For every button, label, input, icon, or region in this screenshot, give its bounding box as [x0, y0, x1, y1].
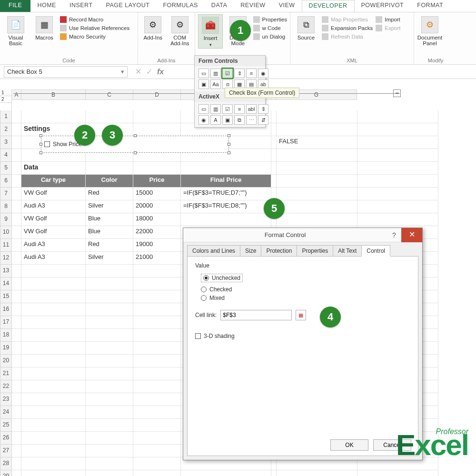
cell[interactable]: Color [86, 175, 133, 188]
cell[interactable] [12, 149, 21, 162]
source-button[interactable]: ⧉Source [293, 14, 319, 40]
ax-more[interactable]: ⋯ [246, 115, 257, 125]
cell[interactable]: 20000 [133, 200, 181, 213]
cell[interactable] [133, 419, 181, 432]
ax-checkbox[interactable]: ☑ [222, 104, 233, 114]
com-addins-button[interactable]: ⚙COM Add-Ins [168, 14, 192, 46]
cell[interactable] [133, 290, 181, 303]
cell[interactable] [21, 342, 86, 355]
row-header-1[interactable]: 1 [0, 110, 12, 123]
col-header-A[interactable]: A [12, 89, 21, 100]
cell[interactable]: Car type [21, 175, 86, 188]
ax-option[interactable]: ◉ [198, 115, 209, 125]
cell[interactable] [21, 457, 86, 470]
tab-formulas[interactable]: FORMULAS [156, 0, 204, 12]
dialog-close-button[interactable]: ✕ [401, 228, 422, 242]
cell[interactable] [271, 149, 277, 162]
row-header-18[interactable]: 18 [0, 329, 12, 342]
cell[interactable]: Price [133, 175, 181, 188]
cell[interactable] [12, 329, 21, 342]
cell[interactable] [181, 470, 271, 476]
cell[interactable] [12, 470, 21, 476]
row-header-21[interactable]: 21 [0, 367, 12, 380]
row-header-17[interactable]: 17 [0, 316, 12, 329]
show-price-checkbox-control[interactable]: Show Price [41, 136, 229, 153]
cell[interactable] [133, 265, 181, 278]
row-header-16[interactable]: 16 [0, 303, 12, 316]
cell[interactable]: Audi A3 [21, 200, 86, 213]
cell[interactable] [133, 123, 181, 136]
row-header-26[interactable]: 26 [0, 432, 12, 445]
dialog-help-button[interactable]: ? [387, 231, 401, 239]
cell[interactable] [21, 355, 86, 367]
document-panel-button[interactable]: ⚙Document Panel [417, 14, 443, 46]
checkbox-icon[interactable] [44, 141, 50, 147]
cell[interactable] [277, 162, 357, 175]
cell[interactable] [133, 457, 181, 470]
row-header-2[interactable]: 2 [0, 123, 12, 136]
cell[interactable] [133, 470, 181, 476]
row-header-11[interactable]: 11 [0, 239, 12, 252]
cell[interactable] [133, 445, 181, 457]
cell[interactable] [133, 303, 181, 316]
tab-data[interactable]: DATA [205, 0, 234, 12]
cell[interactable] [12, 278, 21, 290]
cell[interactable] [86, 110, 133, 123]
cell[interactable] [133, 278, 181, 290]
cell[interactable]: VW Golf [21, 226, 86, 239]
col-header-D[interactable]: D [133, 89, 181, 100]
tab-view[interactable]: VIEW [272, 0, 302, 12]
cell[interactable]: VW Golf [21, 188, 86, 200]
cell[interactable]: Red [86, 239, 133, 252]
tab-file[interactable]: FILE [0, 0, 30, 12]
fc-group[interactable]: ▣ [198, 79, 209, 89]
cell[interactable]: VW Golf [21, 213, 86, 226]
row-header-29[interactable]: 29 [0, 470, 12, 476]
row-header-24[interactable]: 24 [0, 406, 12, 419]
cell[interactable] [12, 432, 21, 445]
cell[interactable] [12, 316, 21, 329]
cell[interactable] [12, 367, 21, 380]
cell[interactable] [271, 470, 277, 476]
ax-scroll[interactable]: ⇕ [258, 104, 268, 114]
cell[interactable] [357, 470, 438, 476]
cell[interactable] [12, 162, 21, 175]
cell[interactable] [357, 175, 438, 188]
cell[interactable] [86, 393, 133, 406]
cell[interactable] [21, 393, 86, 406]
fx-icon[interactable]: fx [157, 68, 164, 76]
cell[interactable] [12, 239, 21, 252]
cell[interactable] [12, 200, 21, 213]
cell[interactable] [357, 200, 438, 213]
cell[interactable] [357, 136, 438, 149]
fc-button[interactable]: ▭ [198, 69, 209, 78]
cell[interactable] [86, 290, 133, 303]
cell[interactable] [21, 110, 86, 123]
cancel-edit-icon[interactable]: ✕ [135, 67, 141, 76]
cell[interactable] [133, 329, 181, 342]
tab-properties[interactable]: Properties [297, 245, 333, 257]
cell[interactable] [86, 432, 133, 445]
cell[interactable] [277, 200, 357, 213]
cell[interactable] [12, 110, 21, 123]
cell[interactable] [277, 149, 357, 162]
cell[interactable] [12, 355, 21, 367]
cell[interactable] [86, 303, 133, 316]
row-header-12[interactable]: 12 [0, 252, 12, 265]
cell[interactable] [86, 419, 133, 432]
cell[interactable] [86, 342, 133, 355]
fc-list[interactable]: ≡ [246, 69, 257, 78]
cell[interactable] [133, 393, 181, 406]
row-header-19[interactable]: 19 [0, 342, 12, 355]
cell[interactable] [277, 470, 357, 476]
cell[interactable] [12, 213, 21, 226]
insert-control-button[interactable]: 🧰Insert▾ [198, 14, 223, 49]
cell[interactable] [21, 380, 86, 393]
export-button[interactable]: Export [376, 25, 400, 31]
cell[interactable] [12, 188, 21, 200]
cell[interactable] [12, 265, 21, 278]
cell[interactable] [12, 175, 21, 188]
ax-toggle[interactable]: ⧉ [234, 115, 245, 125]
row-header-7[interactable]: 7 [0, 188, 12, 200]
cell[interactable]: Silver [86, 200, 133, 213]
